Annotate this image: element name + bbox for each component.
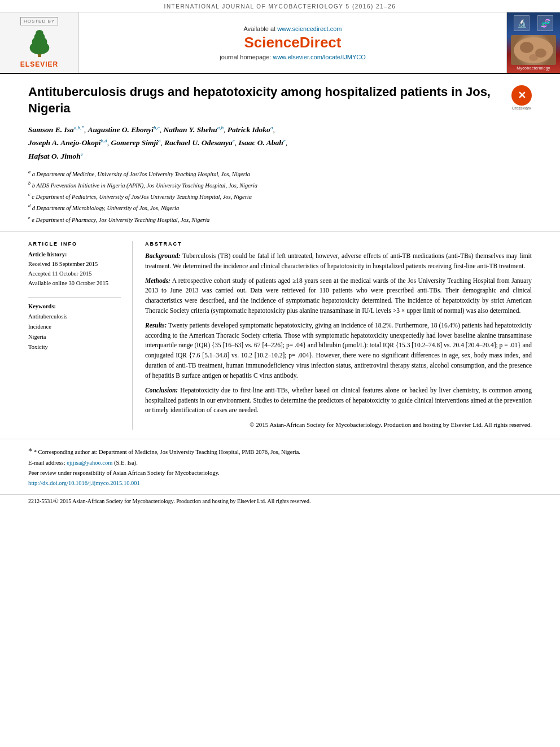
available-at-text: Available at www.sciencedirect.com (243, 25, 342, 32)
abstract-section: Abstract Background: Tuberculosis (TB) c… (145, 241, 532, 430)
cover-title: Mycobacteriology (517, 66, 550, 70)
keyword-4: Toxicity (28, 342, 121, 352)
available-online-date: Available online 30 October 2015 (28, 279, 121, 289)
footer-bottom-bar: 2212-5531/© 2015 Asian-African Society f… (0, 494, 560, 508)
bottom-copyright: 2212-5531/© 2015 Asian-African Society f… (28, 498, 310, 504)
elsevier-logo-block: HOSTED BY ELSEVIER (0, 12, 79, 73)
keywords-label: Keywords: (28, 303, 121, 309)
sciencedirect-logo: ScienceDirect (244, 34, 342, 51)
results-text: Twenty patients developed symptomatic he… (145, 322, 532, 379)
cover-image (511, 35, 556, 65)
affiliation-d: d d Department of Microbiology, Universi… (28, 203, 532, 213)
journal-header-bar: International Journal of Mycobacteriolog… (0, 0, 560, 12)
article-title: Antituberculosis drugs and hepatotoxicit… (28, 84, 532, 116)
journal-cover-block: 🔬 🧬 Mycobacteriology (506, 12, 560, 73)
divider-1 (28, 297, 121, 298)
elsevier-brand-name: ELSEVIER (20, 60, 58, 68)
copyright-line: © 2015 Asian-African Society for Mycobac… (145, 420, 532, 430)
methods-text: A retrospective cohort study of patients… (145, 277, 532, 314)
doi-line: http://dx.doi.org/10.1016/j.ijmyco.2015.… (28, 478, 532, 488)
svg-point-8 (529, 54, 538, 61)
article-info-label: Article Info (28, 241, 121, 247)
background-text: Tuberculosis (TB) could be fatal if left… (145, 252, 532, 269)
svg-point-4 (36, 30, 43, 37)
abstract-label: Abstract (145, 241, 532, 247)
affiliation-a: a a Department of Medicine, University o… (28, 169, 532, 179)
affiliation-e: e e Department of Pharmacy, Jos Universi… (28, 215, 532, 225)
results-para: Results: Twenty patients developed sympt… (145, 321, 532, 381)
corresponding-author: * * Corresponding author at: Department … (28, 445, 532, 458)
header-middle-block: Available at www.sciencedirect.com Scien… (79, 12, 506, 73)
right-column: Abstract Background: Tuberculosis (TB) c… (133, 241, 532, 430)
email-line: E-mail address: ejijisa@yahoo.com (S.E. … (28, 458, 532, 468)
cover-icon-2: 🧬 (537, 15, 553, 31)
footer-section: * * Corresponding author at: Department … (0, 439, 560, 494)
content-area: Article Info Article history: Received 1… (0, 232, 560, 439)
elsevier-tree-icon (23, 29, 56, 59)
author-email[interactable]: ejijisa@yahoo.com (67, 460, 112, 466)
article-history-label: Article history: (28, 251, 121, 257)
doi-link[interactable]: http://dx.doi.org/10.1016/j.ijmyco.2015.… (28, 480, 140, 486)
crossmark-badge[interactable]: ✕ CrossMark (511, 85, 532, 110)
keywords-block: Keywords: Antituberculosis Incidence Nig… (28, 303, 121, 352)
crossmark-icon: ✕ (511, 85, 532, 106)
received-date: Received 16 September 2015 (28, 260, 121, 269)
keyword-2: Incidence (28, 322, 121, 332)
journal-homepage-text: journal homepage: www.elsevier.com/locat… (220, 54, 366, 60)
affiliation-b: b b AIDS Prevention Initiative in Nigeri… (28, 180, 532, 190)
authors-block: Samson E. Isaa,b,*, Augustine O. Ebonyib… (28, 123, 532, 163)
cover-icons-row: 🔬 🧬 (510, 15, 557, 31)
cover-icon-1: 🔬 (514, 15, 530, 31)
keyword-1: Antituberculosis (28, 312, 121, 322)
peer-review-line: Peer review under responsibility of Asia… (28, 468, 532, 478)
journal-title-bar: International Journal of Mycobacteriolog… (164, 3, 396, 10)
svg-point-6 (520, 42, 533, 53)
conclusion-para: Conclusion: Hepatotoxicity due to first-… (145, 386, 532, 416)
accepted-date: Accepted 11 October 2015 (28, 269, 121, 279)
affiliations-block: a a Department of Medicine, University o… (28, 169, 532, 225)
background-para: Background: Tuberculosis (TB) could be f… (145, 251, 532, 272)
affiliation-c: c c Department of Pediatrics, University… (28, 191, 532, 202)
conclusion-text: Hepatotoxicity due to first-line anti-TB… (145, 387, 532, 414)
keyword-3: Nigeria (28, 332, 121, 342)
methods-para: Methods: A retrospective cohort study of… (145, 276, 532, 316)
sciencedirect-url[interactable]: www.sciencedirect.com (277, 25, 342, 32)
cover-image-svg (513, 36, 555, 64)
journal-header: HOSTED BY ELSEVIER Available at www.scie… (0, 12, 560, 74)
journal-homepage-url[interactable]: www.elsevier.com/locate/IJMYCO (273, 54, 365, 60)
hosted-by-label: HOSTED BY (20, 17, 58, 25)
left-column: Article Info Article history: Received 1… (28, 241, 133, 430)
article-info-block: Article Info Article history: Received 1… (28, 241, 121, 288)
article-header: ✕ CrossMark Antituberculosis drugs and h… (0, 74, 560, 232)
